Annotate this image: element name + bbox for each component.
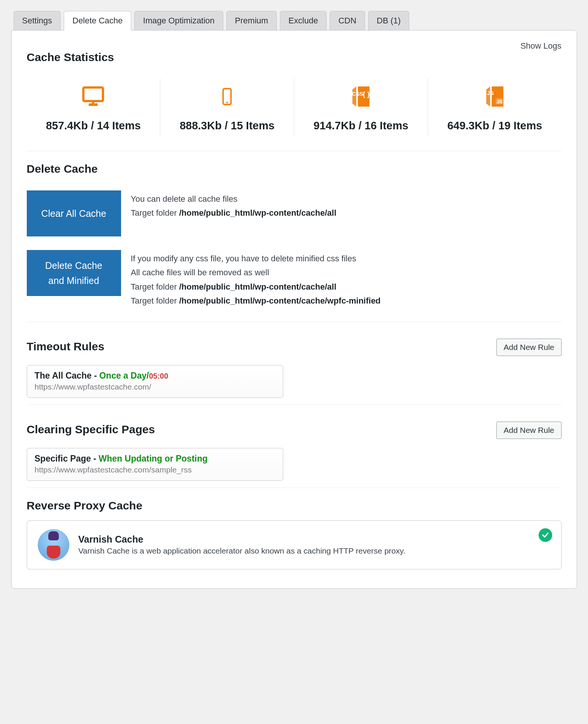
tabs-bar: Settings Delete Cache Image Optimization… <box>11 11 577 30</box>
tab-cdn[interactable]: CDN <box>330 11 365 31</box>
enabled-check-icon <box>539 528 552 542</box>
desc-line: You can delete all cache files <box>131 192 336 206</box>
desc-line: Target folder /home/public_html/wp-conte… <box>131 280 381 294</box>
divider <box>27 405 562 405</box>
stat-js: 649.3Kb / 19 Items <box>428 79 562 136</box>
varnish-avatar-icon <box>38 529 69 561</box>
clear-all-cache-button[interactable]: Clear All Cache <box>27 190 121 236</box>
clear-all-cache-row: Clear All Cache You can delete all cache… <box>27 190 562 236</box>
target-path: /home/public_html/wp-content/cache/all <box>179 208 336 218</box>
tab-premium[interactable]: Premium <box>226 11 277 31</box>
stat-mobile-value: 888.3Kb / 15 Items <box>163 120 291 132</box>
stat-desktop-value: 857.4Kb / 14 Items <box>30 120 157 132</box>
stat-css: 914.7Kb / 16 Items <box>294 79 428 136</box>
desc-line: All cache files will be removed as well <box>131 265 381 279</box>
panel-delete-cache: Show Logs Cache Statistics 857.4Kb / 14 … <box>11 30 577 589</box>
timeout-rule-url: https://www.wpfastestcache.com/ <box>35 382 275 391</box>
tab-delete-cache[interactable]: Delete Cache <box>64 11 131 31</box>
timeout-rule-card[interactable]: The All Cache - Once a Day/05:00 https:/… <box>27 365 283 398</box>
desc-line: Target folder /home/public_html/wp-conte… <box>131 206 336 220</box>
delete-minified-row: Delete Cache and Minified If you modify … <box>27 250 562 308</box>
stat-js-value: 649.3Kb / 19 Items <box>431 120 559 132</box>
stat-css-value: 914.7Kb / 16 Items <box>297 120 425 132</box>
heading-timeout-rules: Timeout Rules <box>27 340 104 353</box>
clearing-rule-card[interactable]: Specific Page - When Updating or Posting… <box>27 448 283 481</box>
tab-db[interactable]: DB (1) <box>368 11 410 31</box>
divider <box>27 151 562 151</box>
stat-mobile: 888.3Kb / 15 Items <box>160 79 294 136</box>
css-icon <box>297 83 425 110</box>
heading-reverse-proxy-cache: Reverse Proxy Cache <box>27 499 562 512</box>
show-logs-link[interactable]: Show Logs <box>520 41 562 51</box>
tab-exclude[interactable]: Exclude <box>280 11 327 31</box>
target-path: /home/public_html/wp-content/cache/all <box>179 282 336 291</box>
heading-delete-cache: Delete Cache <box>27 163 562 175</box>
varnish-name: Varnish Cache <box>78 534 405 545</box>
mobile-icon <box>163 83 291 110</box>
js-icon <box>431 83 559 110</box>
heading-clearing-specific-pages: Clearing Specific Pages <box>27 423 155 436</box>
clearing-rule-url: https://www.wpfastestcache.com/sample_rs… <box>35 465 275 474</box>
desc-line: Target folder /home/public_html/wp-conte… <box>131 294 381 308</box>
clear-all-cache-description: You can delete all cache files Target fo… <box>131 190 336 220</box>
stat-desktop: 857.4Kb / 14 Items <box>27 79 161 136</box>
tab-image-optimization[interactable]: Image Optimization <box>134 11 223 31</box>
desktop-icon <box>30 83 157 110</box>
cache-stats-row: 857.4Kb / 14 Items 888.3Kb / 15 Items 91… <box>27 79 562 136</box>
add-timeout-rule-button[interactable]: Add New Rule <box>496 339 561 356</box>
add-clearing-rule-button[interactable]: Add New Rule <box>496 422 561 439</box>
varnish-description: Varnish Cache is a web application accel… <box>78 546 405 555</box>
delete-cache-and-minified-button[interactable]: Delete Cache and Minified <box>27 250 121 296</box>
desc-line: If you modify any css file, you have to … <box>131 252 381 265</box>
target-path: /home/public_html/wp-content/cache/wpfc-… <box>179 296 381 305</box>
clearing-rule-title: Specific Page - When Updating or Posting <box>35 454 275 464</box>
timeout-rule-title: The All Cache - Once a Day/05:00 <box>35 371 275 381</box>
divider <box>27 488 562 488</box>
divider <box>27 322 562 322</box>
varnish-cache-card[interactable]: Varnish Cache Varnish Cache is a web app… <box>27 520 562 569</box>
tab-settings[interactable]: Settings <box>14 11 61 31</box>
heading-cache-statistics: Cache Statistics <box>27 51 562 64</box>
delete-minified-description: If you modify any css file, you have to … <box>131 250 381 308</box>
